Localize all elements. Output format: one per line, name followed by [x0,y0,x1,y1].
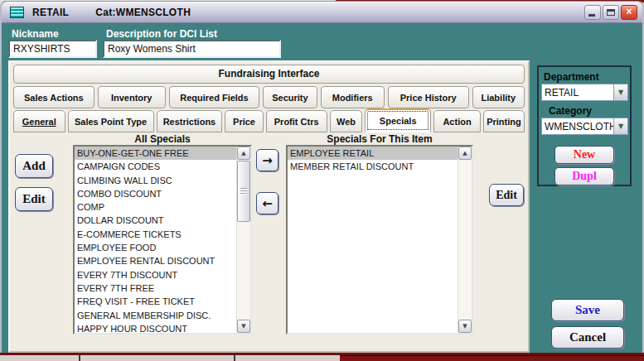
tab-general[interactable]: General [13,110,65,132]
tab-label: Liability [481,93,516,103]
move-left-arrow-button[interactable]: ← [256,192,278,214]
close-button[interactable]: × [621,5,637,20]
list-item[interactable]: E-COMMERCE TICKETS [75,228,236,241]
minimize-icon [588,14,595,17]
background-divider [79,355,80,361]
tab-label: Restrictions [163,117,216,127]
fundraising-interface-button[interactable]: Fundraising Interface [13,65,525,84]
tab-label: Sales Actions [24,93,84,103]
list-item[interactable]: EVERY 7TH DISCOUNT [75,268,236,282]
tab-profit-ctrs[interactable]: Profit Ctrs [266,110,327,132]
tab-label: Price History [400,93,457,103]
nickname-label: Nickname [12,28,59,40]
move-right-arrow-button[interactable]: → [256,149,278,171]
scrollbar-thumb[interactable] [237,161,250,222]
save-button[interactable]: Save [551,299,624,321]
main-panel: Fundraising Interface Sales Actions Inve… [8,60,530,353]
maximize-icon [607,9,615,16]
background-window-bottom-strip [0,353,644,361]
list-item[interactable]: CLIMBING WALL DISC [75,174,236,187]
list-item[interactable]: HAPPY HOUR DISCOUNT [75,322,236,333]
tab-specials-active[interactable]: Specials [365,108,431,132]
description-input[interactable]: Roxy Womens Shirt [103,40,281,58]
list-item[interactable]: FREQ VISIT - FREE TICKET [75,295,236,308]
tab-restrictions[interactable]: Restrictions [157,110,223,132]
tab-sales-actions[interactable]: Sales Actions [13,86,94,108]
department-label: Department [544,71,599,83]
tab-required-fields[interactable]: Required Fields [169,86,259,108]
list-item[interactable]: COMP [75,200,236,214]
category-label: Category [549,105,592,117]
all-specials-scrollbar[interactable]: ▲ ▼ [236,147,250,333]
tab-modifiers[interactable]: Modifiers [321,86,385,108]
list-item[interactable]: COMBO DISCOUNT [75,187,236,200]
item-specials-listbox: EMPLOYEE RETAIL MEMBER RETAIL DISCOUNT ▲… [286,145,473,335]
list-item[interactable]: EMPLOYEE FOOD [75,241,236,254]
tab-label: Required Fields [180,93,249,103]
tab-inventory[interactable]: Inventory [98,86,166,108]
item-specials-title: Specials For This Item [286,133,473,145]
tab-printing[interactable]: Printing [483,110,525,132]
department-value: RETAIL [542,87,613,99]
department-category-panel: Department RETAIL ▼ Category WMENSCLOTH … [537,65,632,186]
minimize-button[interactable] [584,5,601,20]
tab-liability[interactable]: Liability [472,86,525,108]
category-dropdown[interactable]: WMENSCLOTH ▼ [541,118,628,135]
tab-price[interactable]: Price [225,110,263,132]
new-button[interactable]: New [554,146,614,164]
department-dropdown[interactable]: RETAIL ▼ [541,84,628,101]
list-item[interactable]: EMPLOYEE RETAIL [288,147,458,160]
dupl-button[interactable]: Dupl [554,167,614,185]
item-specials-scrollbar[interactable]: ▲ ▼ [458,147,472,333]
tab-label: Inventory [111,93,153,103]
scroll-grip-icon [240,188,247,195]
cancel-button[interactable]: Cancel [551,326,624,349]
tab-row-top: Sales Actions Inventory Required Fields … [13,86,525,108]
scroll-up-icon[interactable]: ▲ [458,147,472,160]
edit-item-specials-button[interactable]: Edit [489,184,524,206]
window-controls: × [584,5,637,20]
nickname-input[interactable]: RXYSHIRTS [8,40,97,58]
tab-security[interactable]: Security [263,86,317,108]
tab-label: Modifiers [332,93,373,103]
description-label: Description for DCI List [106,28,217,40]
tab-label: Price [233,117,255,127]
maximize-button[interactable] [603,5,619,20]
title-bar: RETAIL Cat:WMENSCLOTH × [2,2,642,23]
list-item[interactable]: EMPLOYEE RENTAL DISCOUNT [75,254,236,267]
tab-label: Security [272,93,307,103]
window-title: RETAIL [32,7,69,18]
tab-label: Printing [487,117,521,127]
scroll-down-icon[interactable]: ▼ [458,320,472,333]
list-item[interactable]: EVERY 7TH FREE [75,282,236,295]
list-item[interactable]: GENERAL MEMBERSHIP DISC. [75,309,236,322]
window-title-category: Cat:WMENSCLOTH [95,7,191,18]
edit-all-specials-button[interactable]: Edit [15,187,53,211]
tab-row-bottom: General Sales Point Type Restrictions Pr… [13,110,525,132]
screen: RETAIL Cat:WMENSCLOTH × Nickname RXYSHIR… [0,0,644,361]
all-specials-listbox: BUY-ONE-GET-ONE FREE CAMPAIGN CODES CLIM… [73,145,252,335]
add-button[interactable]: Add [15,154,53,178]
all-specials-items: BUY-ONE-GET-ONE FREE CAMPAIGN CODES CLIM… [75,147,236,333]
list-item[interactable]: MEMBER RETAIL DISCOUNT [288,160,458,173]
background-window-red-edge [340,355,644,361]
all-specials-title: All Specials [73,133,252,145]
tab-sales-point-type[interactable]: Sales Point Type [68,110,154,132]
tab-label: Action [443,117,471,127]
scroll-up-icon[interactable]: ▲ [237,147,250,160]
category-value: WMENSCLOTH [542,121,613,132]
dropdown-arrow-icon[interactable]: ▼ [613,84,627,100]
list-item[interactable]: DOLLAR DISCOUNT [75,214,236,227]
list-item[interactable]: BUY-ONE-GET-ONE FREE [75,147,236,160]
tab-label: Web [337,117,356,127]
tab-label: General [22,117,56,127]
tab-action[interactable]: Action [433,110,481,132]
list-item[interactable]: CAMPAIGN CODES [75,160,236,173]
tab-label: Sales Point Type [75,117,147,127]
scroll-down-icon[interactable]: ▼ [237,320,250,333]
app-window: RETAIL Cat:WMENSCLOTH × Nickname RXYSHIR… [0,1,644,354]
tab-price-history[interactable]: Price History [388,86,469,108]
dropdown-arrow-icon[interactable]: ▼ [613,118,627,134]
app-list-icon [10,7,24,18]
tab-web[interactable]: Web [330,110,363,132]
